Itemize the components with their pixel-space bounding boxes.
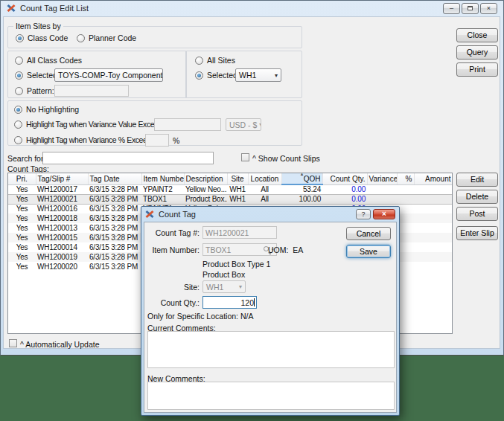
site-select[interactable]: WH1 ▾ (202, 280, 246, 293)
column-header-description[interactable]: Description (184, 173, 227, 184)
minimize-icon[interactable]: – (443, 3, 460, 14)
radio-pattern[interactable]: Pattern: (15, 86, 54, 95)
table-cell (414, 223, 453, 233)
edit-button[interactable]: Edit (456, 173, 498, 187)
table-cell: Yes (8, 262, 36, 271)
table-cell: WH1200019 (36, 252, 88, 262)
column-header-location[interactable]: Location (248, 173, 281, 184)
xtuple-logo-icon (145, 210, 154, 219)
table-cell: 6/3/15 3:28 PM (88, 262, 141, 271)
dialog-title: Count Tag (159, 210, 196, 219)
table-cell: WH1200017 (36, 184, 88, 194)
specific-location-note: Only for Specific Location: N/A (147, 312, 253, 321)
chevron-down-icon: ▾ (257, 121, 261, 128)
new-comments-textarea[interactable] (147, 382, 395, 410)
column-header-variance[interactable]: Variance (367, 173, 397, 184)
show-count-slips-label: ^ Show Count Slips (252, 154, 320, 163)
pattern-input[interactable] (54, 85, 129, 97)
radio-label: All Sites (207, 56, 235, 65)
highlight-filter-group: No Highlighting Highlight Tag when Varia… (7, 100, 302, 146)
close-icon[interactable]: × (480, 3, 497, 14)
automatically-update-label: ^ Automatically Update (20, 340, 99, 349)
chevron-down-icon: ▾ (272, 72, 278, 79)
table-cell: 6/3/15 3:28 PM (88, 213, 141, 223)
automatically-update-checkbox[interactable] (9, 339, 17, 347)
table-cell (397, 194, 414, 204)
column-header--[interactable]: % (397, 173, 414, 184)
radio-selected-class-code[interactable]: Selected: (15, 71, 60, 80)
table-cell (414, 262, 453, 271)
save-button[interactable]: Save (346, 245, 391, 258)
column-header-amount[interactable]: Amount (414, 173, 453, 184)
search-label: Search for: (7, 154, 45, 163)
table-cell: 6/3/15 3:28 PM (88, 184, 141, 194)
radio-all-sites[interactable]: All Sites (195, 56, 235, 65)
radio-label: Highlight Tag when Variance % Exceeds (26, 135, 155, 144)
restore-icon[interactable] (462, 3, 479, 14)
enter-slip-button[interactable]: Enter Slip (456, 226, 498, 240)
selected-class-code: TOYS-COMP-Toy Components (58, 71, 163, 80)
column-header-count-qty-[interactable]: Count Qty. (322, 173, 367, 184)
table-cell (414, 242, 453, 252)
table-row[interactable]: YesWH12000176/3/15 3:28 PMYPAINT2Yellow … (8, 184, 453, 194)
table-cell: Yes (8, 242, 36, 252)
variance-percent-input[interactable] (145, 134, 169, 147)
column-header-tag-date[interactable]: Tag Date (88, 173, 141, 184)
window-title: Count Tag Edit List (20, 4, 89, 13)
column-header-item-number[interactable]: Item Number (141, 173, 184, 184)
dialog-content: Count Tag #: WH1200021 Cancel Item Numbe… (144, 222, 397, 413)
current-comments-textarea[interactable] (147, 331, 395, 368)
radio-indicator (14, 120, 22, 129)
table-cell: WH1200013 (36, 223, 88, 233)
column-header-tag-slip-[interactable]: Tag/Slip # (36, 173, 88, 184)
radio-highlight-variance-percent[interactable]: Highlight Tag when Variance % Exceeds (14, 135, 155, 144)
radio-class-code[interactable]: Class Code (16, 33, 68, 42)
delete-button[interactable]: Delete (456, 190, 498, 204)
radio-planner-code[interactable]: Planner Code (77, 33, 136, 42)
query-button[interactable]: Query (456, 45, 498, 60)
count-qty-input[interactable]: 120 (202, 296, 257, 309)
dialog-titlebar[interactable]: Count Tag ? × (144, 207, 397, 222)
table-cell: WH1200021 (36, 194, 88, 204)
print-button[interactable]: Print (456, 62, 498, 77)
column-header-pri-[interactable]: Pri. (8, 173, 36, 184)
help-icon[interactable]: ? (356, 209, 371, 219)
window-titlebar[interactable]: Count Tag Edit List – × (1, 1, 503, 16)
class-code-select[interactable]: TOYS-COMP-Toy Components ▾ (54, 68, 163, 82)
radio-indicator (15, 57, 23, 65)
table-cell (397, 184, 414, 194)
show-count-slips-checkbox[interactable] (241, 153, 249, 161)
radio-selected-site[interactable]: Selected: (195, 71, 240, 80)
close-button[interactable]: Close (456, 28, 498, 42)
table-cell: Yes (8, 252, 36, 262)
column-header-qoh[interactable]: ▴QOH (281, 173, 322, 184)
table-row[interactable]: YesWH12000216/3/15 3:28 PMTBOX1Product B… (8, 194, 453, 204)
search-input[interactable] (42, 152, 214, 164)
radio-all-class-codes[interactable]: All Class Codes (15, 56, 82, 65)
item-sites-by-group: Item Sites by Class Code Planner Code (7, 26, 302, 48)
radio-highlight-variance-value[interactable]: Highlight Tag when Variance Value Exceed… (14, 120, 166, 129)
column-header-site[interactable]: Site (227, 173, 248, 184)
cancel-button[interactable]: Cancel (346, 227, 391, 240)
table-cell: Yellow Neo... (184, 184, 227, 194)
count-tag-number-field[interactable]: WH1200021 (202, 226, 277, 239)
table-cell: Yes (8, 233, 36, 242)
table-cell: WH1200015 (36, 233, 88, 242)
radio-no-highlighting[interactable]: No Highlighting (14, 105, 79, 114)
site-select[interactable]: WH1 ▾ (235, 68, 281, 82)
table-cell: Yes (8, 204, 36, 213)
variance-value-input[interactable] (154, 118, 221, 131)
post-button[interactable]: Post (456, 207, 498, 221)
item-number-field[interactable]: TBOX1 ▾ (202, 243, 277, 256)
currency-select[interactable]: USD - $ ▾ (226, 118, 261, 131)
radio-indicator (15, 87, 23, 95)
table-cell: WH1200020 (36, 262, 88, 271)
table-cell: Yes (8, 223, 36, 233)
item-number-label: Item Number: (146, 245, 200, 254)
table-cell: 6/3/15 3:28 PM (88, 194, 141, 204)
close-icon[interactable]: × (373, 209, 395, 219)
table-cell: Yes (8, 213, 36, 223)
table-cell: Yes (8, 184, 36, 194)
table-cell: WH1 (227, 194, 248, 204)
table-cell: 53.24 (281, 184, 322, 194)
